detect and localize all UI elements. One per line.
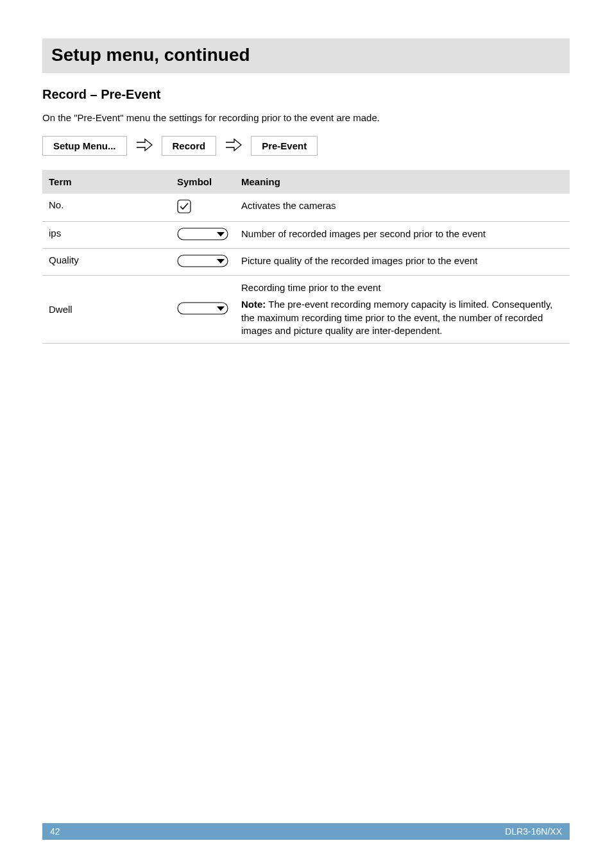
page-footer: 42 DLR3-16N/XX: [0, 823, 612, 840]
page-number: 42: [50, 826, 60, 837]
svg-rect-0: [178, 200, 191, 213]
table-header-row: Term Symbol Meaning: [42, 170, 570, 194]
breadcrumb: Setup Menu... Record Pre-Event: [42, 136, 570, 156]
meaning-cell: Activates the cameras: [235, 194, 570, 222]
page-content: Setup menu, continued Record – Pre-Event…: [0, 0, 612, 344]
meaning-cell: Picture quality of the recorded images p…: [235, 249, 570, 276]
symbol-cell: [171, 249, 235, 276]
footer-bar: 42 DLR3-16N/XX: [42, 823, 570, 840]
section-heading: Record – Pre-Event: [42, 87, 570, 102]
breadcrumb-item-record: Record: [162, 136, 217, 156]
meaning-cell: Number of recorded images per second pri…: [235, 222, 570, 249]
arrow-right-icon: [136, 138, 153, 154]
note-label: Note:: [241, 299, 266, 310]
intro-paragraph: On the "Pre-Event" menu the settings for…: [42, 112, 570, 123]
header-term: Term: [42, 170, 171, 194]
symbol-cell: [171, 222, 235, 249]
term-cell: ips: [42, 222, 171, 249]
note-block: Note: The pre-event recording memory cap…: [241, 298, 563, 337]
dropdown-icon: [177, 228, 228, 240]
header-meaning: Meaning: [235, 170, 570, 194]
breadcrumb-item-pre-event: Pre-Event: [251, 136, 318, 156]
table-row: ips Number of recorded images per second…: [42, 222, 570, 249]
header-symbol: Symbol: [171, 170, 235, 194]
arrow-right-icon: [225, 138, 242, 154]
term-cell: No.: [42, 194, 171, 222]
dropdown-icon: [177, 255, 228, 267]
table-row: Dwell Recording time prior to the event …: [42, 276, 570, 344]
meaning-line1: Recording time prior to the event: [241, 282, 381, 293]
title-bar: Setup menu, continued: [42, 38, 570, 73]
term-cell: Dwell: [42, 276, 171, 344]
settings-table: Term Symbol Meaning No. Activates the ca…: [42, 170, 570, 344]
doc-id: DLR3-16N/XX: [505, 826, 562, 837]
page-title: Setup menu, continued: [51, 45, 561, 65]
term-cell: Quality: [42, 249, 171, 276]
meaning-cell: Recording time prior to the event Note: …: [235, 276, 570, 344]
table-row: Quality Picture quality of the recorded …: [42, 249, 570, 276]
dropdown-icon: [177, 302, 228, 315]
symbol-cell: [171, 194, 235, 222]
breadcrumb-item-setup-menu: Setup Menu...: [42, 136, 127, 156]
symbol-cell: [171, 276, 235, 344]
note-text: The pre-event recording memory capacity …: [241, 299, 552, 336]
checkbox-icon: [177, 199, 191, 213]
table-row: No. Activates the cameras: [42, 194, 570, 222]
